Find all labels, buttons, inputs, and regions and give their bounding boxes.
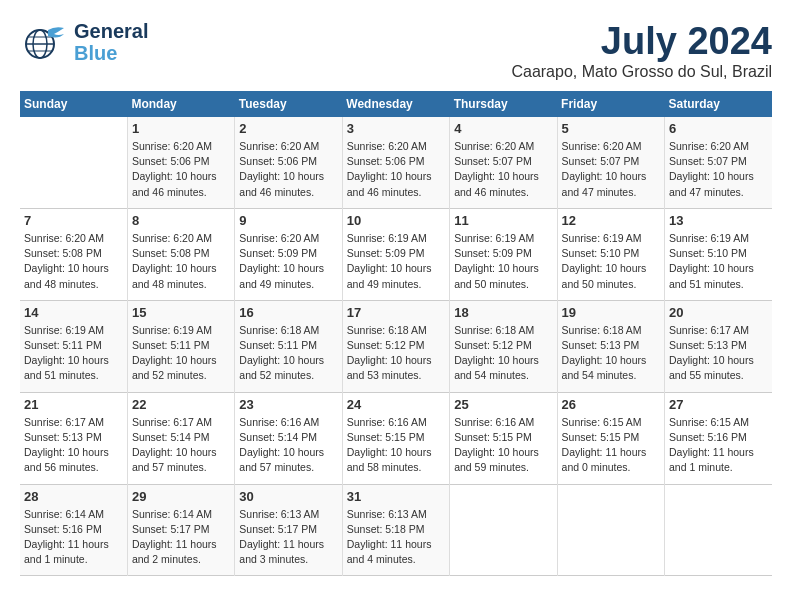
- calendar-cell: 19Sunrise: 6:18 AM Sunset: 5:13 PM Dayli…: [557, 300, 664, 392]
- day-info: Sunrise: 6:14 AM Sunset: 5:16 PM Dayligh…: [24, 507, 123, 568]
- logo-text: General: [74, 20, 148, 42]
- weekday-header-row: SundayMondayTuesdayWednesdayThursdayFrid…: [20, 91, 772, 117]
- calendar-cell: 3Sunrise: 6:20 AM Sunset: 5:06 PM Daylig…: [342, 117, 449, 208]
- day-number: 28: [24, 489, 123, 504]
- calendar-cell: 1Sunrise: 6:20 AM Sunset: 5:06 PM Daylig…: [127, 117, 234, 208]
- calendar-cell: 26Sunrise: 6:15 AM Sunset: 5:15 PM Dayli…: [557, 392, 664, 484]
- day-info: Sunrise: 6:16 AM Sunset: 5:15 PM Dayligh…: [454, 415, 552, 476]
- day-number: 20: [669, 305, 768, 320]
- calendar-cell: 11Sunrise: 6:19 AM Sunset: 5:09 PM Dayli…: [450, 208, 557, 300]
- calendar-table: SundayMondayTuesdayWednesdayThursdayFrid…: [20, 91, 772, 576]
- day-number: 24: [347, 397, 445, 412]
- title-area: July 2024 Caarapo, Mato Grosso do Sul, B…: [511, 20, 772, 81]
- calendar-cell: [20, 117, 127, 208]
- day-info: Sunrise: 6:17 AM Sunset: 5:14 PM Dayligh…: [132, 415, 230, 476]
- day-info: Sunrise: 6:16 AM Sunset: 5:15 PM Dayligh…: [347, 415, 445, 476]
- calendar-week-row: 21Sunrise: 6:17 AM Sunset: 5:13 PM Dayli…: [20, 392, 772, 484]
- calendar-cell: 31Sunrise: 6:13 AM Sunset: 5:18 PM Dayli…: [342, 484, 449, 576]
- day-number: 12: [562, 213, 660, 228]
- day-info: Sunrise: 6:20 AM Sunset: 5:08 PM Dayligh…: [132, 231, 230, 292]
- logo-text-blue: Blue: [74, 42, 148, 64]
- calendar-week-row: 28Sunrise: 6:14 AM Sunset: 5:16 PM Dayli…: [20, 484, 772, 576]
- day-number: 15: [132, 305, 230, 320]
- calendar-cell: 15Sunrise: 6:19 AM Sunset: 5:11 PM Dayli…: [127, 300, 234, 392]
- calendar-cell: 23Sunrise: 6:16 AM Sunset: 5:14 PM Dayli…: [235, 392, 342, 484]
- calendar-cell: 7Sunrise: 6:20 AM Sunset: 5:08 PM Daylig…: [20, 208, 127, 300]
- day-number: 29: [132, 489, 230, 504]
- calendar-cell: 8Sunrise: 6:20 AM Sunset: 5:08 PM Daylig…: [127, 208, 234, 300]
- weekday-header: Tuesday: [235, 91, 342, 117]
- day-number: 26: [562, 397, 660, 412]
- header: General Blue July 2024 Caarapo, Mato Gro…: [20, 20, 772, 81]
- day-info: Sunrise: 6:15 AM Sunset: 5:15 PM Dayligh…: [562, 415, 660, 476]
- calendar-cell: [557, 484, 664, 576]
- calendar-cell: 27Sunrise: 6:15 AM Sunset: 5:16 PM Dayli…: [665, 392, 772, 484]
- calendar-cell: 20Sunrise: 6:17 AM Sunset: 5:13 PM Dayli…: [665, 300, 772, 392]
- day-number: 25: [454, 397, 552, 412]
- calendar-cell: 29Sunrise: 6:14 AM Sunset: 5:17 PM Dayli…: [127, 484, 234, 576]
- calendar-cell: 4Sunrise: 6:20 AM Sunset: 5:07 PM Daylig…: [450, 117, 557, 208]
- day-number: 5: [562, 121, 660, 136]
- day-number: 14: [24, 305, 123, 320]
- calendar-cell: 18Sunrise: 6:18 AM Sunset: 5:12 PM Dayli…: [450, 300, 557, 392]
- day-info: Sunrise: 6:15 AM Sunset: 5:16 PM Dayligh…: [669, 415, 768, 476]
- day-number: 7: [24, 213, 123, 228]
- day-number: 4: [454, 121, 552, 136]
- day-info: Sunrise: 6:18 AM Sunset: 5:12 PM Dayligh…: [347, 323, 445, 384]
- day-number: 30: [239, 489, 337, 504]
- day-number: 23: [239, 397, 337, 412]
- day-number: 17: [347, 305, 445, 320]
- day-info: Sunrise: 6:17 AM Sunset: 5:13 PM Dayligh…: [24, 415, 123, 476]
- day-number: 2: [239, 121, 337, 136]
- calendar-cell: 22Sunrise: 6:17 AM Sunset: 5:14 PM Dayli…: [127, 392, 234, 484]
- weekday-header: Monday: [127, 91, 234, 117]
- calendar-cell: [450, 484, 557, 576]
- day-info: Sunrise: 6:20 AM Sunset: 5:07 PM Dayligh…: [669, 139, 768, 200]
- day-number: 27: [669, 397, 768, 412]
- day-number: 21: [24, 397, 123, 412]
- day-info: Sunrise: 6:19 AM Sunset: 5:10 PM Dayligh…: [562, 231, 660, 292]
- weekday-header: Thursday: [450, 91, 557, 117]
- day-info: Sunrise: 6:20 AM Sunset: 5:06 PM Dayligh…: [239, 139, 337, 200]
- day-info: Sunrise: 6:13 AM Sunset: 5:17 PM Dayligh…: [239, 507, 337, 568]
- calendar-cell: 14Sunrise: 6:19 AM Sunset: 5:11 PM Dayli…: [20, 300, 127, 392]
- main-title: July 2024: [511, 20, 772, 63]
- calendar-week-row: 1Sunrise: 6:20 AM Sunset: 5:06 PM Daylig…: [20, 117, 772, 208]
- day-info: Sunrise: 6:19 AM Sunset: 5:09 PM Dayligh…: [454, 231, 552, 292]
- day-info: Sunrise: 6:14 AM Sunset: 5:17 PM Dayligh…: [132, 507, 230, 568]
- day-info: Sunrise: 6:18 AM Sunset: 5:13 PM Dayligh…: [562, 323, 660, 384]
- day-info: Sunrise: 6:20 AM Sunset: 5:07 PM Dayligh…: [562, 139, 660, 200]
- calendar-cell: 2Sunrise: 6:20 AM Sunset: 5:06 PM Daylig…: [235, 117, 342, 208]
- calendar-cell: [665, 484, 772, 576]
- calendar-cell: 16Sunrise: 6:18 AM Sunset: 5:11 PM Dayli…: [235, 300, 342, 392]
- weekday-header: Wednesday: [342, 91, 449, 117]
- calendar-week-row: 7Sunrise: 6:20 AM Sunset: 5:08 PM Daylig…: [20, 208, 772, 300]
- day-number: 18: [454, 305, 552, 320]
- calendar-cell: 21Sunrise: 6:17 AM Sunset: 5:13 PM Dayli…: [20, 392, 127, 484]
- calendar-cell: 9Sunrise: 6:20 AM Sunset: 5:09 PM Daylig…: [235, 208, 342, 300]
- calendar-week-row: 14Sunrise: 6:19 AM Sunset: 5:11 PM Dayli…: [20, 300, 772, 392]
- day-number: 10: [347, 213, 445, 228]
- calendar-cell: 24Sunrise: 6:16 AM Sunset: 5:15 PM Dayli…: [342, 392, 449, 484]
- day-info: Sunrise: 6:13 AM Sunset: 5:18 PM Dayligh…: [347, 507, 445, 568]
- day-number: 3: [347, 121, 445, 136]
- day-info: Sunrise: 6:20 AM Sunset: 5:07 PM Dayligh…: [454, 139, 552, 200]
- weekday-header: Friday: [557, 91, 664, 117]
- day-number: 19: [562, 305, 660, 320]
- day-number: 6: [669, 121, 768, 136]
- day-number: 8: [132, 213, 230, 228]
- day-number: 31: [347, 489, 445, 504]
- day-number: 13: [669, 213, 768, 228]
- weekday-header: Saturday: [665, 91, 772, 117]
- day-info: Sunrise: 6:19 AM Sunset: 5:11 PM Dayligh…: [24, 323, 123, 384]
- day-info: Sunrise: 6:17 AM Sunset: 5:13 PM Dayligh…: [669, 323, 768, 384]
- day-info: Sunrise: 6:20 AM Sunset: 5:09 PM Dayligh…: [239, 231, 337, 292]
- calendar-cell: 17Sunrise: 6:18 AM Sunset: 5:12 PM Dayli…: [342, 300, 449, 392]
- calendar-cell: 25Sunrise: 6:16 AM Sunset: 5:15 PM Dayli…: [450, 392, 557, 484]
- calendar-cell: 5Sunrise: 6:20 AM Sunset: 5:07 PM Daylig…: [557, 117, 664, 208]
- subtitle: Caarapo, Mato Grosso do Sul, Brazil: [511, 63, 772, 81]
- day-info: Sunrise: 6:20 AM Sunset: 5:06 PM Dayligh…: [347, 139, 445, 200]
- day-info: Sunrise: 6:20 AM Sunset: 5:08 PM Dayligh…: [24, 231, 123, 292]
- day-info: Sunrise: 6:18 AM Sunset: 5:12 PM Dayligh…: [454, 323, 552, 384]
- day-info: Sunrise: 6:16 AM Sunset: 5:14 PM Dayligh…: [239, 415, 337, 476]
